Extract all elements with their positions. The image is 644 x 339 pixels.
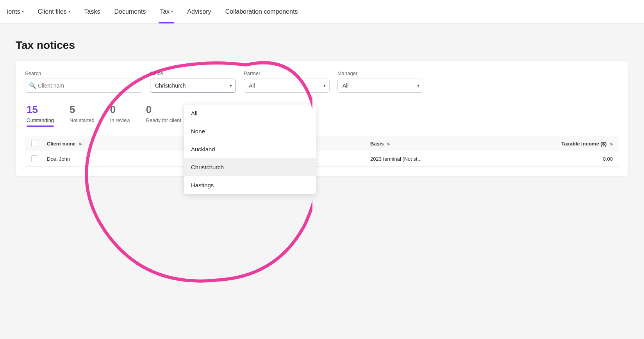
chevron-icon-client-files: ▾ [68,9,70,14]
manager-select[interactable]: All [337,79,423,93]
stat-label-ready: Ready for client [146,117,181,123]
nav-item-tax[interactable]: Tax ▾ [153,0,180,23]
partner-label: Partner [244,70,330,76]
stat-in-review[interactable]: 0 In review [110,104,130,127]
office-dropdown-menu: All None Auckland Christchurch Hastings [184,104,316,194]
nav-item-tasks[interactable]: Tasks [77,0,107,23]
top-navigation: ients ▾ Client files ▾ Tasks Documents T… [0,0,644,23]
stat-underline-outstanding [27,126,54,127]
office-select[interactable]: Christchurch [150,79,236,93]
manager-value: All [343,83,349,89]
table-header: Client name ⇅ Notice type ⇅ Basis ⇅ Taxa… [25,136,619,151]
nav-label-tax: Tax [160,8,169,15]
nav-item-client-files[interactable]: Client files ▾ [31,0,77,23]
stats-row: 15 Outstanding 5 Not started 0 In review… [25,104,619,127]
stat-number-outstanding: 15 [27,104,54,116]
nav-item-documents[interactable]: Documents [107,0,153,23]
partner-select[interactable]: All [244,79,330,93]
filter-card: Search 🔍 Office Christchurch ▾ Partner [16,61,628,176]
dropdown-option-all[interactable]: All [184,104,316,122]
partner-select-wrap: All ▾ [244,79,330,93]
chevron-icon-tax: ▾ [171,9,173,14]
stat-label-not-started: Not started [70,117,95,123]
table-header-taxable[interactable]: Taxable income ($) ⇅ [492,141,613,147]
table-row[interactable]: Doe, John 2023 terminal (Not st... 0.00 [25,151,619,167]
sort-icon-basis: ⇅ [387,142,390,146]
dropdown-option-christchurch[interactable]: Christchurch [184,158,316,176]
filter-row: Search 🔍 Office Christchurch ▾ Partner [25,70,619,93]
stat-label-in-review: In review [110,117,130,123]
row-taxable: 0.00 [492,156,613,162]
partner-value: All [249,83,255,89]
stat-label-outstanding: Outstanding [27,117,54,123]
nav-item-clients[interactable]: ients ▾ [0,0,31,23]
table-header-basis[interactable]: Basis ⇅ [370,141,492,147]
row-check [31,155,47,162]
dropdown-option-none[interactable]: None [184,122,316,140]
dropdown-option-auckland[interactable]: Auckland [184,140,316,158]
manager-filter-group: Manager All ▾ [337,70,423,93]
stat-ready-for-client[interactable]: 0 Ready for client [146,104,181,127]
office-label: Office [150,70,236,76]
search-input-wrap: 🔍 [25,79,142,93]
nav-label-client-files: Client files [38,8,67,15]
nav-label-advisory: Advisory [187,8,211,15]
stat-not-started[interactable]: 5 Not started [70,104,95,127]
stat-number-in-review: 0 [110,104,130,116]
manager-select-wrap: All ▾ [337,79,423,93]
dropdown-option-hastings[interactable]: Hastings [184,176,316,194]
stat-number-not-started: 5 [70,104,95,116]
nav-label-tasks: Tasks [84,8,100,15]
search-label: Search [25,70,142,76]
row-basis: 2023 terminal (Not st... [370,156,492,162]
row-checkbox[interactable] [31,155,38,162]
office-select-wrap: Christchurch ▾ [150,79,236,93]
chevron-icon-clients: ▾ [22,9,24,14]
select-all-checkbox[interactable] [31,140,38,147]
stat-outstanding[interactable]: 15 Outstanding [27,104,54,127]
sort-icon-taxable: ⇅ [610,142,613,146]
table-header-check [31,140,47,147]
stat-number-ready: 0 [146,104,181,116]
office-value: Christchurch [155,83,186,89]
sort-icon-client: ⇅ [78,142,82,146]
search-filter-group: Search 🔍 [25,70,142,93]
search-input[interactable] [25,79,142,93]
main-content: Tax notices Search 🔍 Office Christchurch [0,23,644,339]
nav-label-documents: Documents [114,8,146,15]
office-filter-group: Office Christchurch ▾ [150,70,236,93]
nav-item-advisory[interactable]: Advisory [180,0,218,23]
nav-label-collaboration: Collaboration components [225,8,298,15]
manager-label: Manager [337,70,423,76]
nav-label-clients: ients [7,8,20,15]
partner-filter-group: Partner All ▾ [244,70,330,93]
page-title: Tax notices [16,39,628,52]
nav-item-collaboration[interactable]: Collaboration components [218,0,305,23]
search-icon: 🔍 [29,82,36,89]
